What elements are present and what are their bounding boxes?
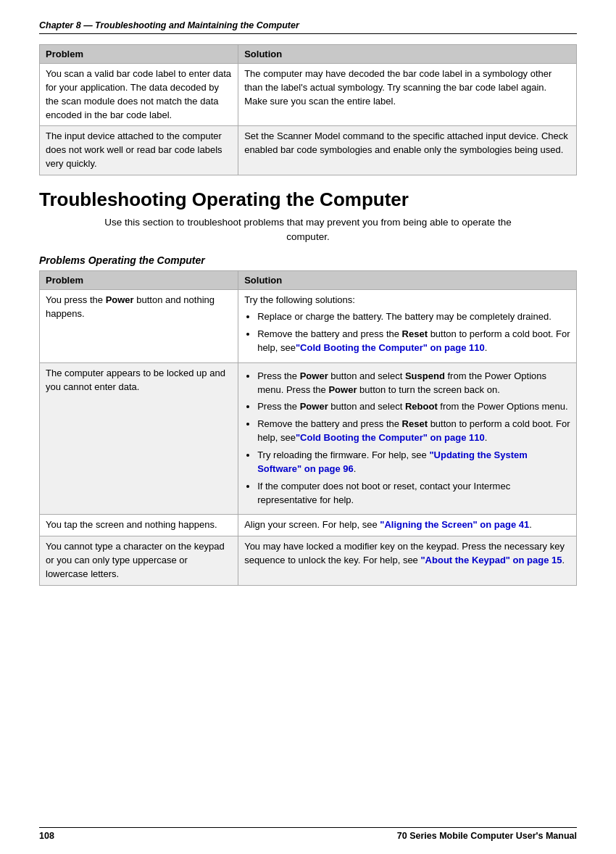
cold-boot-link[interactable]: "Cold Booting the Computer" on page 110: [296, 342, 485, 353]
chapter-header: Chapter 8 — Troubleshooting and Maintain…: [39, 20, 577, 34]
problem-cell: The input device attached to the compute…: [40, 126, 238, 175]
section-intro: Use this section to troubleshoot problem…: [99, 215, 518, 245]
problem-cell: You tap the screen and nothing happens.: [40, 515, 238, 536]
page-number: 108: [39, 831, 54, 841]
second-table-col2-header: Solution: [238, 271, 577, 290]
list-item: Try reloading the firmware. For help, se…: [257, 449, 570, 476]
list-item: Press the Power button and select Suspen…: [257, 370, 570, 397]
list-item: Press the Power button and select Reboot…: [257, 400, 570, 414]
first-table: Problem Solution You scan a valid bar co…: [39, 44, 577, 175]
solution-list: Replace or charge the battery. The batte…: [244, 310, 570, 355]
bold-word: Power: [300, 370, 328, 381]
first-table-col2-header: Solution: [238, 45, 577, 64]
solution-cell: Try the following solutions: Replace or …: [238, 290, 577, 362]
first-table-col1-header: Problem: [40, 45, 238, 64]
solution-text: You may have locked a modifier key on th…: [244, 541, 565, 565]
solution-intro: Try the following solutions:: [244, 294, 570, 307]
problem-cell: You press the Power button and nothing h…: [40, 290, 238, 362]
bold-word: Reboot: [405, 401, 438, 412]
second-table: Problem Solution You press the Power but…: [39, 270, 577, 585]
aligning-screen-link[interactable]: "Aligning the Screen" on page 41: [380, 519, 529, 530]
bold-word: Reset: [402, 418, 428, 429]
problem-cell: You cannot type a character on the keypa…: [40, 536, 238, 586]
subsection-title: Problems Operating the Computer: [39, 254, 577, 266]
solution-cell: You may have locked a modifier key on th…: [238, 536, 577, 586]
bold-word: Power: [300, 401, 328, 412]
cold-boot-link2[interactable]: "Cold Booting the Computer" on page 110: [296, 432, 485, 443]
table-row: The computer appears to be locked up and…: [40, 362, 577, 515]
chapter-title: Chapter 8 — Troubleshooting and Maintain…: [39, 20, 299, 30]
solution-list: Press the Power button and select Suspen…: [244, 370, 570, 507]
list-item: Remove the battery and press the Reset b…: [257, 418, 570, 445]
list-item: Remove the battery and press the Reset b…: [257, 328, 570, 355]
keypad-link[interactable]: "About the Keypad" on page 15: [420, 555, 562, 565]
updating-link[interactable]: "Updating the System Software" on page 9…: [257, 449, 528, 474]
solution-cell: Set the Scanner Model command to the spe…: [238, 126, 577, 175]
page: Chapter 8 — Troubleshooting and Maintain…: [0, 0, 616, 854]
bold-word: Reset: [402, 328, 428, 339]
problem-cell: You scan a valid bar code label to enter…: [40, 64, 238, 126]
table-row: You scan a valid bar code label to enter…: [40, 64, 577, 126]
section-title: Troubleshooting Operating the Computer: [39, 188, 577, 211]
bold-word: Power: [328, 384, 357, 395]
solution-cell: The computer may have decoded the bar co…: [238, 64, 577, 126]
solution-text: Align your screen. For help, see "Aligni…: [244, 519, 532, 530]
table-row: You cannot type a character on the keypa…: [40, 536, 577, 586]
table-row: The input device attached to the compute…: [40, 126, 577, 175]
solution-cell: Align your screen. For help, see "Aligni…: [238, 515, 577, 536]
solution-cell: Press the Power button and select Suspen…: [238, 362, 577, 515]
list-item: Replace or charge the battery. The batte…: [257, 310, 570, 324]
footer: 108 70 Series Mobile Computer User's Man…: [39, 827, 577, 841]
problem-cell: The computer appears to be locked up and…: [40, 362, 238, 515]
bold-word: Power: [106, 294, 134, 305]
list-item: If the computer does not boot or reset, …: [257, 480, 570, 507]
manual-title: 70 Series Mobile Computer User's Manual: [397, 831, 577, 841]
bold-word: Suspend: [405, 370, 445, 381]
table-row: You press the Power button and nothing h…: [40, 290, 577, 362]
table-row: You tap the screen and nothing happens. …: [40, 515, 577, 536]
second-table-col1-header: Problem: [40, 271, 238, 290]
